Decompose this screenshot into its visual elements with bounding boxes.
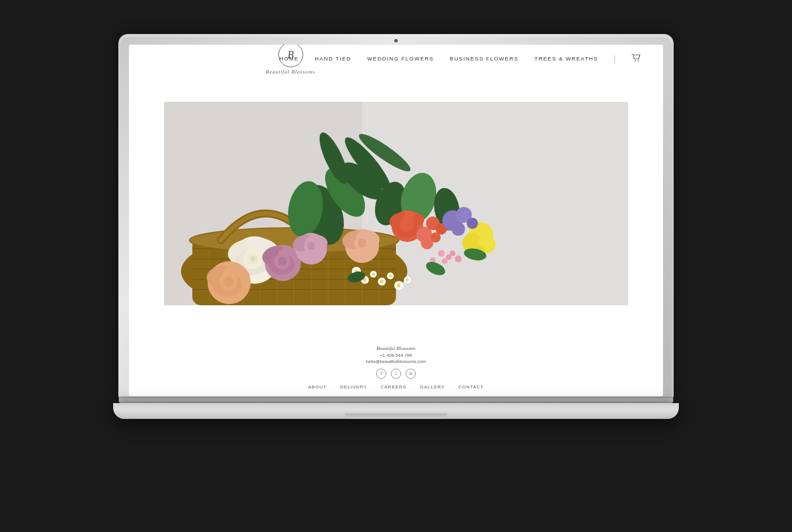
footer-nav: ABOUT DELIVERY CAREERS GALLERY CONTACT [140, 384, 652, 390]
site-header: B Beautiful Blossoms HOME HAND TIED WEDD… [129, 45, 663, 70]
svg-point-64 [413, 214, 424, 225]
footer-social: f t in [140, 369, 652, 379]
logo-text: Beautiful Blossoms [266, 69, 315, 75]
instagram-icon[interactable]: in [406, 369, 416, 379]
svg-point-95 [438, 250, 445, 257]
footer-email: hello@beautifulblossoms.com [140, 359, 652, 364]
svg-point-100 [455, 256, 462, 262]
svg-point-51 [278, 257, 287, 266]
svg-point-61 [400, 218, 414, 232]
svg-point-98 [450, 250, 455, 256]
nav-trees-wreaths[interactable]: TREES & WREATHS [535, 55, 599, 62]
site-footer: Beautiful Blossoms +1 408-544-786 hello@… [129, 338, 663, 396]
svg-point-56 [307, 242, 315, 250]
site-nav: HOME HAND TIED WEDDING FLOWERS BUSINESS … [279, 54, 640, 64]
facebook-icon[interactable]: f [376, 369, 386, 379]
svg-point-89 [363, 278, 367, 282]
logo-circle[interactable]: B [278, 45, 303, 68]
footer-brand: Beautiful Blossoms [140, 345, 652, 351]
hero-section [129, 70, 663, 338]
svg-point-92 [389, 274, 392, 277]
svg-point-80 [467, 218, 478, 229]
laptop-bezel: B Beautiful Blossoms HOME HAND TIED WEDD… [119, 34, 673, 396]
nav-divider: | [614, 54, 615, 63]
svg-point-93 [397, 284, 401, 287]
logo-letter: B [287, 49, 294, 61]
footer-phone: +1 408-544-786 [140, 353, 652, 358]
svg-point-97 [442, 258, 447, 264]
footer-nav-contact[interactable]: CONTACT [458, 384, 484, 390]
footer-nav-gallery[interactable]: GALLERY [420, 384, 445, 390]
laptop-hinge [119, 396, 673, 403]
footer-nav-careers[interactable]: CAREERS [381, 384, 407, 390]
laptop-base [113, 403, 679, 419]
nav-hand-tied[interactable]: HAND TIED [315, 55, 351, 62]
website-content: B Beautiful Blossoms HOME HAND TIED WEDD… [129, 45, 663, 396]
nav-wedding-flowers[interactable]: WEDDING FLOWERS [367, 55, 434, 62]
cart-icon[interactable] [631, 54, 640, 64]
svg-point-39 [250, 256, 256, 262]
footer-nav-about[interactable]: ABOUT [308, 384, 327, 390]
logo-area: B Beautiful Blossoms [266, 45, 315, 75]
svg-point-94 [406, 278, 409, 281]
svg-point-79 [451, 222, 465, 236]
hero-image [164, 102, 628, 305]
laptop-container: B Beautiful Blossoms HOME HAND TIED WEDD… [119, 34, 673, 498]
svg-point-45 [223, 276, 234, 287]
footer-nav-delivery[interactable]: DELIVERY [340, 384, 367, 390]
laptop-screen: B Beautiful Blossoms HOME HAND TIED WEDD… [129, 45, 663, 396]
svg-point-0 [635, 60, 636, 61]
twitter-icon[interactable]: t [391, 369, 401, 379]
svg-point-90 [372, 273, 375, 275]
svg-point-1 [638, 60, 639, 61]
nav-business-flowers[interactable]: BUSINESS FLOWERS [450, 55, 519, 62]
svg-point-91 [380, 280, 384, 283]
svg-point-72 [358, 239, 367, 248]
